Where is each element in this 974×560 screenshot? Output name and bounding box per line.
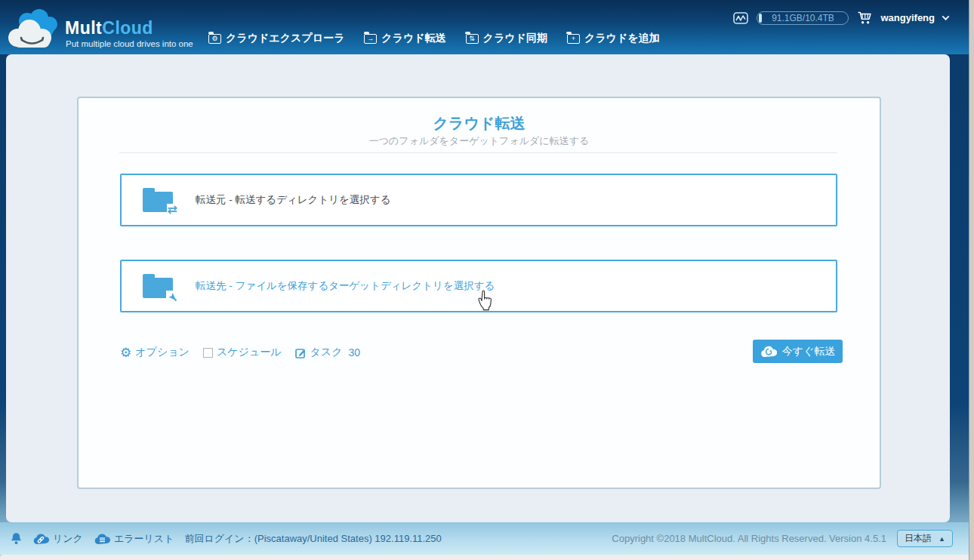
notification-bell-icon[interactable] [11,532,22,545]
target-selector-label: 転送先 - ファイルを保存するターゲットディレクトリを選択する [196,279,495,293]
multcloud-logo[interactable]: MultCloud Put multiple cloud drives into… [2,6,198,53]
storage-fill [759,14,762,23]
language-selector[interactable]: 日本語 ▲ [897,530,953,547]
schedule-toggle[interactable]: スケジュール [203,346,282,359]
tasks-label: タスク [310,346,343,359]
source-directory-selector[interactable]: ⇄ 転送元 - 転送するディレクトリを選択する [120,174,837,226]
logo-mult: Mult [65,18,102,38]
folder-sync-icon: ⇅ [466,34,479,44]
tasks-link[interactable]: タスク 30 [295,346,361,359]
cloud-link-icon [32,533,49,545]
bottom-strip [0,555,974,560]
logo-title: MultCloud [65,18,153,38]
folder-transfer-source-icon: ⇄ [143,188,173,212]
cloud-logo-icon [5,8,63,50]
nav-cloud-sync[interactable]: ⇅ クラウド同期 [466,32,547,45]
traffic-monitor-icon[interactable] [733,12,748,24]
nav-label: クラウド転送 [381,32,445,45]
chevron-down-icon[interactable] [942,13,950,20]
error-list-button[interactable]: エラーリスト [94,532,174,546]
error-list-label: エラーリスト [114,532,174,546]
username[interactable]: wangyifeng [880,12,935,23]
logo-cloud-text: Cloud [102,18,153,38]
footer-right: Copyright ©2018 MultCloud. All Rights Re… [612,530,953,547]
nav-cloud-transfer[interactable]: → クラウド転送 [364,32,445,45]
link-label: リンク [53,532,83,546]
nav-label: クラウドを追加 [584,32,660,45]
storage-usage-text: 91.1GB/10.4TB [772,13,834,23]
main-nav: ⚙ クラウドエクスプローラ → クラウド転送 ⇅ クラウド同期 + クラウドを追… [208,32,660,45]
shopping-cart-icon[interactable] [857,11,872,25]
nav-add-cloud[interactable]: + クラウドを追加 [567,32,660,45]
storage-usage-bar[interactable]: 91.1GB/10.4TB [757,11,849,25]
transfer-now-button[interactable]: 今すぐ転送 [753,340,843,363]
cursor-select-glyph [166,291,178,303]
folder-gear-icon: ⚙ [208,34,221,44]
language-label: 日本語 [905,532,932,545]
schedule-label: スケジュール [217,346,282,359]
mouse-cursor [476,289,495,312]
page-title: クラウド転送 [79,113,880,134]
link-button[interactable]: リンク [32,532,83,546]
cloud-sync-icon [760,346,777,358]
folder-transfer-target-icon [143,274,173,298]
tasks-count: 30 [349,346,361,358]
source-selector-label: 転送元 - 転送するディレクトリを選択する [196,193,390,207]
options-row: ⚙ オプション スケジュール タスク 30 [120,341,360,364]
app-header: MultCloud Put multiple cloud drives into… [0,0,974,54]
account-area: 91.1GB/10.4TB wangyifeng [733,11,948,25]
options-link[interactable]: ⚙ オプション [120,346,190,359]
footer-left: リンク エラーリスト 前回ログイン：(Piscataway/United Sta… [11,532,442,546]
cloud-list-icon [94,533,110,545]
copyright-text: Copyright ©2018 MultCloud. All Rights Re… [612,533,886,544]
nav-label: クラウド同期 [483,32,547,45]
task-edit-icon [295,347,307,358]
folder-plus-icon: + [567,34,580,44]
divider [119,152,837,153]
transfer-arrows-glyph: ⇄ [167,204,178,217]
transfer-button-label: 今すぐ転送 [782,345,836,358]
gear-icon: ⚙ [120,346,131,359]
last-login-text: 前回ログイン：(Piscataway/United States) 192.11… [184,532,441,546]
options-label: オプション [135,346,190,359]
nav-cloud-explorer[interactable]: ⚙ クラウドエクスプローラ [208,32,344,45]
vertical-scrollbar[interactable] [969,0,974,560]
footer-bar: リンク エラーリスト 前回ログイン：(Piscataway/United Sta… [0,522,974,555]
folder-arrow-icon: → [364,34,377,44]
nav-label: クラウドエクスプローラ [226,32,344,45]
page-subtitle: 一つのフォルダをターゲットフォルダに転送する [79,134,880,148]
main-content-area: クラウド転送 一つのフォルダをターゲットフォルダに転送する ⇄ 転送元 - 転送… [6,54,950,522]
arrow-up-icon: ▲ [939,535,945,543]
logo-tagline: Put multiple cloud drives into one [66,39,193,48]
schedule-checkbox[interactable] [203,348,213,358]
